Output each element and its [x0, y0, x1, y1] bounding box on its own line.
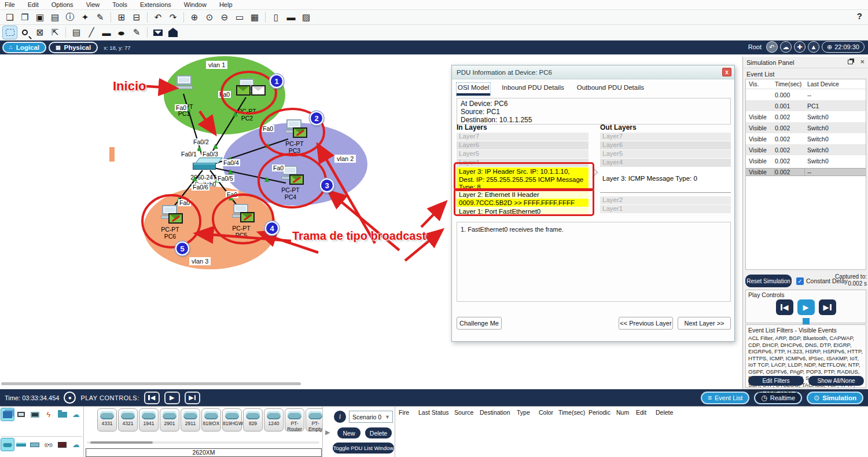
- pdu-envelope-icon[interactable]: [251, 85, 266, 96]
- drawing-palette-icon[interactable]: ✎: [93, 11, 107, 24]
- event-list-row[interactable]: Visible0.002Switch0: [746, 133, 866, 144]
- device-model-829[interactable]: 829: [243, 408, 263, 432]
- tab-inbound-pdu[interactable]: Inbound PDU Details: [501, 83, 565, 96]
- port-label[interactable]: Fa0: [262, 125, 274, 132]
- draw-freeform-icon[interactable]: ✎: [130, 26, 144, 39]
- close-panel-icon[interactable]: ×: [860, 57, 865, 66]
- event-list-row[interactable]: 0.001PC1: [746, 100, 866, 111]
- category-wan-emulation[interactable]: ☁: [69, 408, 82, 421]
- tab-logical[interactable]: ∴ Logical: [2, 42, 46, 53]
- tab-osi-model[interactable]: OSI Model: [457, 83, 490, 96]
- custom-devices-icon[interactable]: ▯: [269, 11, 283, 24]
- toggle-pdu-list-button[interactable]: Toggle PDU List Window: [333, 443, 394, 454]
- event-list-row[interactable]: Visible0.002Switch0: [746, 144, 866, 155]
- pdu-envelope-failed-icon[interactable]: [289, 174, 304, 185]
- port-label[interactable]: Fa0: [226, 191, 238, 198]
- device-model-1240[interactable]: 1240: [264, 408, 284, 432]
- device-model-4331[interactable]: 4331: [97, 408, 117, 432]
- undo-icon[interactable]: ↶: [151, 11, 165, 24]
- menu-item-view[interactable]: View: [86, 1, 100, 8]
- save-icon[interactable]: ▣: [33, 11, 47, 24]
- previous-layer-button[interactable]: << Previous Layer: [619, 317, 673, 330]
- image-icon[interactable]: ▨: [299, 11, 313, 24]
- draw-rectangle-icon[interactable]: ▬: [100, 26, 113, 39]
- zoom-reset-icon[interactable]: ⊙: [203, 11, 216, 24]
- info-icon[interactable]: ⓘ: [63, 11, 77, 24]
- zoom-in-icon[interactable]: ⊕: [187, 11, 201, 24]
- category-components[interactable]: [28, 408, 41, 421]
- float-panel-icon[interactable]: [848, 60, 853, 64]
- menu-item-extensions[interactable]: Extensions: [140, 1, 171, 8]
- port-label[interactable]: Fa0/5: [216, 175, 234, 182]
- challenge-me-button[interactable]: Challenge Me: [457, 317, 502, 330]
- event-list-row[interactable]: Visible0.002Switch0: [746, 111, 866, 122]
- reset-simulation-button[interactable]: Reset Simulation: [745, 275, 792, 287]
- expand-arrow-icon[interactable]: ▶: [325, 429, 330, 436]
- add-simple-pdu-icon[interactable]: [151, 26, 165, 39]
- show-all-none-button[interactable]: Show All/None: [808, 376, 864, 386]
- device-pc1[interactable]: [174, 75, 194, 90]
- port-label[interactable]: Fa0/2: [192, 138, 210, 145]
- help-icon[interactable]: ?: [857, 11, 862, 21]
- device-model-1941[interactable]: 1941: [139, 408, 159, 432]
- type-switches[interactable]: [15, 438, 28, 451]
- model-scrollbar-thumb[interactable]: [90, 441, 153, 444]
- device-model-2901[interactable]: 2901: [160, 408, 179, 432]
- pdu-envelope-failed-icon[interactable]: [240, 212, 255, 222]
- event-list-row[interactable]: Visible0.002Switch0: [746, 155, 866, 166]
- menu-item-window[interactable]: Window: [184, 1, 207, 8]
- redo-icon[interactable]: ↷: [166, 11, 180, 24]
- back-icon[interactable]: ↶: [766, 41, 778, 53]
- power-cycle-icon[interactable]: ●: [64, 392, 76, 404]
- type-hubs[interactable]: [28, 438, 41, 451]
- canvas-horizontal-scrollbar[interactable]: [1, 382, 301, 385]
- device-shelf-icon[interactable]: ▬: [284, 11, 298, 24]
- device-model-2911[interactable]: 2911: [181, 408, 200, 432]
- port-label[interactable]: Fa0: [175, 104, 187, 111]
- device-switch0[interactable]: [193, 158, 220, 170]
- category-multiuser[interactable]: [56, 408, 69, 421]
- port-label[interactable]: Fa0/1: [180, 151, 198, 158]
- port-label[interactable]: Fa0/6: [192, 184, 209, 191]
- pdu-envelope-failed-icon[interactable]: [168, 213, 183, 224]
- port-label[interactable]: Fa0: [178, 199, 191, 206]
- open-file-icon[interactable]: ❒: [18, 11, 32, 24]
- device-model-819hgw[interactable]: 819HGW: [222, 408, 242, 432]
- event-list-row[interactable]: Visible0.002--: [746, 166, 866, 177]
- inspect-tool-icon[interactable]: [18, 26, 32, 39]
- place-note-icon[interactable]: ▤: [69, 26, 83, 39]
- delete-tool-icon[interactable]: ⊠: [33, 26, 47, 39]
- device-model-819iox[interactable]: 819IOX: [201, 408, 221, 432]
- event-list-row[interactable]: Visible0.002Switch0: [746, 122, 866, 133]
- menu-item-edit[interactable]: Edit: [28, 1, 39, 8]
- tab-outbound-pdu[interactable]: Outbound PDU Details: [576, 83, 645, 96]
- constant-delay-checkbox[interactable]: ✓: [796, 277, 804, 285]
- add-complex-pdu-icon[interactable]: [166, 26, 180, 39]
- delete-scenario-button[interactable]: Delete: [365, 427, 392, 438]
- event-list-row[interactable]: 0.000--: [746, 89, 866, 100]
- step-back-button[interactable]: ◀: [776, 299, 793, 315]
- select-tool-icon[interactable]: [3, 26, 17, 39]
- step-back-button[interactable]: ◀: [144, 392, 160, 404]
- print-icon[interactable]: ▤: [48, 11, 62, 24]
- inicio-annotation[interactable]: Inicio: [113, 79, 146, 94]
- port-label[interactable]: Fa0: [218, 91, 231, 98]
- event-list-toggle[interactable]: ≡ Event List: [701, 392, 749, 404]
- scenario-info-button[interactable]: i: [334, 411, 346, 423]
- viewport-icon[interactable]: ▭: [233, 11, 247, 24]
- draw-line-icon[interactable]: ╱: [84, 26, 98, 39]
- zoom-out-icon[interactable]: ⊖: [218, 11, 231, 24]
- type-routers[interactable]: [1, 438, 14, 451]
- activity-wizard-icon[interactable]: ✦: [78, 11, 92, 24]
- menu-item-tools[interactable]: Tools: [112, 1, 127, 8]
- category-network-devices[interactable]: [1, 408, 14, 421]
- legend-icon[interactable]: ▦: [248, 11, 262, 24]
- environment-clock[interactable]: ⊕ 22:09:30: [822, 41, 865, 53]
- menu-item-file[interactable]: File: [5, 1, 15, 8]
- new-file-icon[interactable]: ❏: [3, 11, 17, 24]
- new-scenario-button[interactable]: New: [337, 427, 361, 438]
- type-wireless-devices[interactable]: ((•)): [42, 438, 55, 451]
- scenario-dropdown[interactable]: Scenario 0 ▼: [349, 411, 393, 423]
- step-forward-button[interactable]: ▶: [819, 299, 836, 315]
- type-wan-emulation[interactable]: ☁: [69, 438, 82, 451]
